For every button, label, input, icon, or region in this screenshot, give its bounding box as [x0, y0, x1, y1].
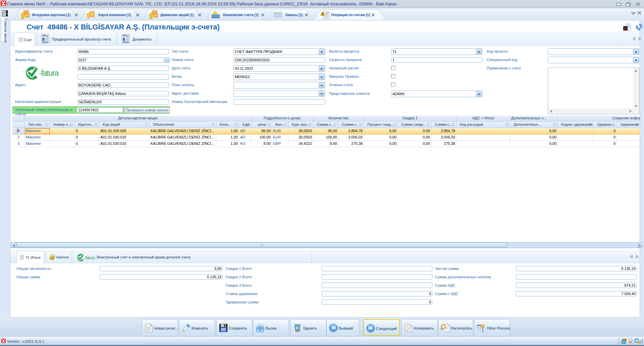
svg-text:-fatura: -fatura	[39, 69, 59, 77]
svg-text:-fatura: -fatura	[84, 255, 95, 260]
